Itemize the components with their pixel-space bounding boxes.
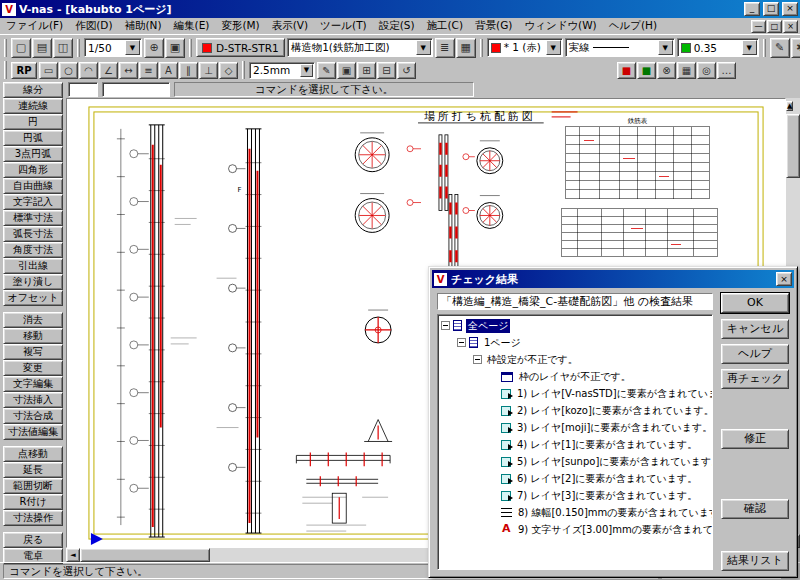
select-box-icon[interactable]: ▭: [39, 62, 58, 79]
sidebar-tool-button[interactable]: 複写: [3, 344, 63, 360]
arc-tool-icon[interactable]: ◠: [79, 62, 98, 79]
menu-item[interactable]: 変形(M): [215, 18, 265, 34]
sidebar-tool-button[interactable]: 弧長寸法: [3, 226, 63, 242]
mdi-close-button[interactable]: ×: [783, 20, 798, 33]
pen-color-combo[interactable]: * 1 (赤) ▼: [487, 38, 563, 57]
sidebar-tool-button[interactable]: 移動: [3, 328, 63, 344]
sidebar-tool-button[interactable]: 円弧: [3, 130, 63, 146]
tree-item[interactable]: 4) レイヤ[1]に要素が含まれています。: [438, 436, 712, 453]
ok-button[interactable]: OK: [721, 293, 789, 313]
sidebar-tool-button[interactable]: 角度寸法: [3, 242, 63, 258]
fill-style-icon[interactable]: ▣: [337, 62, 356, 79]
tree-item[interactable]: 枠設定が不正です。: [438, 351, 712, 368]
sidebar-tool-button[interactable]: 塗り潰し: [3, 274, 63, 290]
layer-list-icon[interactable]: ≣: [435, 38, 455, 58]
tree-item[interactable]: 全ページ: [438, 317, 712, 334]
undo-icon[interactable]: ↺: [397, 62, 416, 79]
tree-item-label[interactable]: 9) 文字サイズ[3.00]mmの要素が含まれています。: [516, 523, 713, 537]
tree-item[interactable]: 5) レイヤ[sunpo]に要素が含まれています。: [438, 453, 712, 470]
menu-item[interactable]: ファイル(F): [0, 18, 69, 34]
sidebar-tool-button[interactable]: 四角形: [3, 162, 63, 178]
sidebar-tool-button[interactable]: 3点円弧: [3, 146, 63, 162]
toolbar-grip[interactable]: [77, 39, 80, 57]
tree-item-label[interactable]: 枠設定が不正です。: [485, 353, 580, 367]
tree-item[interactable]: 枠のレイヤが不正です。: [438, 368, 712, 385]
sidebar-tool-button[interactable]: 寸法操作: [3, 510, 63, 526]
sidebar-tool-button[interactable]: 範囲切断: [3, 478, 63, 494]
dialog-title-bar[interactable]: V チェック結果 ×: [432, 270, 794, 288]
confirm-button[interactable]: 確認: [721, 499, 789, 519]
hatch-tool-icon[interactable]: ≡: [139, 62, 158, 79]
tree-item[interactable]: 7) レイヤ[3]に要素が含まれています。: [438, 487, 712, 504]
sidebar-tool-button[interactable]: R付け: [3, 494, 63, 510]
result-list-button[interactable]: 結果リスト: [721, 551, 789, 571]
new-file-icon[interactable]: ▢: [11, 38, 31, 58]
chevron-down-icon[interactable]: ▼: [300, 64, 313, 77]
tree-item[interactable]: 3) レイヤ[moji]に要素が含まれています。: [438, 419, 712, 436]
menu-item[interactable]: 編集(E): [168, 18, 216, 34]
red-marker-icon[interactable]: ■: [617, 62, 636, 79]
tree-item[interactable]: 6) レイヤ[2]に要素が含まれています。: [438, 470, 712, 487]
tree-item-label[interactable]: 5) レイヤ[sunpo]に要素が含まれています。: [515, 455, 713, 469]
sidebar-tool-button[interactable]: 標準寸法: [3, 210, 63, 226]
menu-item[interactable]: 施工(C): [421, 18, 470, 34]
dialog-close-icon[interactable]: ×: [776, 272, 792, 286]
sidebar-tool-button[interactable]: 変更: [3, 360, 63, 376]
sidebar-tool-button[interactable]: 文字編集: [3, 376, 63, 392]
sidebar-tool-button[interactable]: 戻る: [3, 532, 63, 548]
zoom-plus-icon[interactable]: ⊞: [357, 62, 376, 79]
grid-toggle-icon[interactable]: ▦: [677, 62, 696, 79]
chevron-down-icon[interactable]: ▼: [742, 40, 757, 55]
measure-icon[interactable]: ⊗: [657, 62, 676, 79]
toolbar-grip[interactable]: [4, 61, 7, 79]
maximize-button[interactable]: □: [763, 2, 779, 16]
toolbar-grip[interactable]: [763, 39, 766, 57]
sidebar-tool-button[interactable]: 寸法挿入: [3, 392, 63, 408]
menu-item[interactable]: ウィンドウ(W): [518, 18, 602, 34]
tree-item-label[interactable]: 8) 線幅[0.150]mmの要素が含まれています。: [516, 506, 713, 520]
menu-item[interactable]: 作図(D): [69, 18, 118, 34]
close-button[interactable]: ×: [782, 2, 798, 16]
tree-item-label[interactable]: 1) レイヤ[V-nasSTD]に要素が含まれています。: [515, 387, 713, 401]
sidebar-tool-button[interactable]: 寸法値編集: [3, 424, 63, 440]
mdi-minimize-button[interactable]: —: [751, 20, 766, 33]
toolbar-grip[interactable]: [480, 39, 483, 57]
polygon-tool-icon[interactable]: ◇: [219, 62, 238, 79]
open-file-icon[interactable]: ▤: [32, 38, 52, 58]
tree-item[interactable]: 2) レイヤ[kozo]に要素が含まれています。: [438, 402, 712, 419]
mdi-restore-button[interactable]: □: [767, 20, 782, 33]
menu-item[interactable]: ヘルプ(H): [603, 18, 663, 34]
zoom-minus-icon[interactable]: ⊟: [377, 62, 396, 79]
structure-combo[interactable]: 構造物1(鉄筋加工図) ▼: [287, 38, 433, 57]
tree-item-label[interactable]: 6) レイヤ[2]に要素が含まれています。: [515, 472, 699, 486]
chevron-down-icon[interactable]: ▼: [658, 40, 673, 55]
horizontal-scroll-thumb[interactable]: [80, 548, 210, 562]
tree-item[interactable]: 1ページ: [438, 334, 712, 351]
layer-settings-icon[interactable]: ▦: [456, 38, 476, 58]
toolbar-grip[interactable]: [242, 61, 245, 79]
menu-item[interactable]: 設定(S): [373, 18, 421, 34]
vertical-scroll-thumb[interactable]: [786, 114, 800, 178]
sidebar-tool-button[interactable]: 円: [3, 114, 63, 130]
pen-style-icon[interactable]: ✎: [770, 38, 790, 58]
scroll-left-icon[interactable]: ◄: [66, 548, 80, 562]
command-field-large[interactable]: [102, 82, 170, 97]
tree-item[interactable]: 9) 文字サイズ[3.00]mmの要素が含まれています。: [438, 521, 712, 538]
linewidth-combo[interactable]: 0.35 ▼: [677, 38, 759, 57]
tree-item-label[interactable]: 4) レイヤ[1]に要素が含まれています。: [515, 438, 699, 452]
menu-item[interactable]: 表示(V): [266, 18, 314, 34]
green-marker-icon[interactable]: ■: [637, 62, 656, 79]
command-field-small[interactable]: [68, 82, 98, 97]
zoom-in-icon[interactable]: ⊕: [144, 38, 164, 58]
tree-item[interactable]: 1) レイヤ[V-nasSTD]に要素が含まれています。: [438, 385, 712, 402]
tree-item-label[interactable]: 7) レイヤ[3]に要素が含まれています。: [515, 489, 699, 503]
sidebar-tool-button[interactable]: 文字記入: [3, 194, 63, 210]
rp-button[interactable]: RP: [11, 62, 37, 79]
sidebar-tool-button[interactable]: 寸法合成: [3, 408, 63, 424]
parallel-tool-icon[interactable]: ∥: [179, 62, 198, 79]
sidebar-tool-button[interactable]: 消去: [3, 312, 63, 328]
chevron-down-icon[interactable]: ▼: [416, 40, 431, 55]
tree-expand-toggle[interactable]: [457, 338, 466, 347]
zoom-fit-icon[interactable]: ▣: [165, 38, 185, 58]
text-size-combo[interactable]: 2.5mm ▼: [249, 62, 315, 79]
